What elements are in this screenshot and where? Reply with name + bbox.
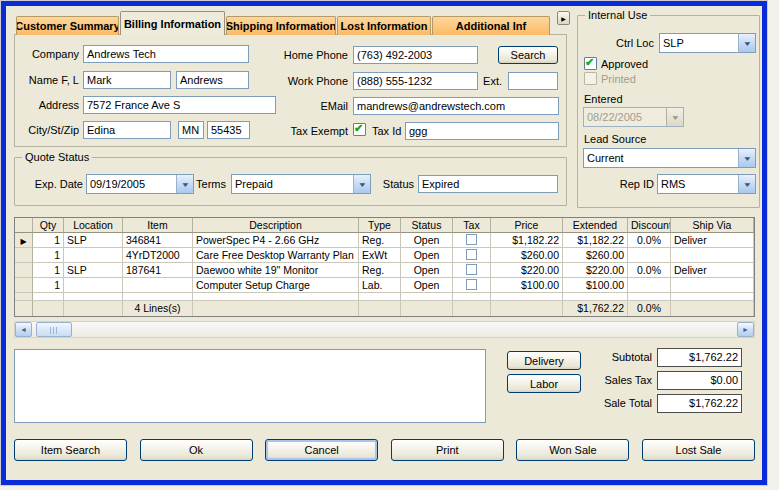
tax-exempt-checkbox[interactable] (353, 123, 366, 136)
cell-description: Care Free Desktop Warranty Plan (193, 248, 359, 263)
chevron-down-icon[interactable] (738, 149, 755, 167)
entered-label: Entered (584, 93, 623, 106)
address-label: Address (15, 99, 79, 112)
subtotal-value: $1,762.22 (657, 348, 742, 367)
chevron-down-icon[interactable] (738, 34, 755, 52)
cell-status: Open (401, 263, 453, 278)
tax-id-label: Tax Id (372, 125, 404, 138)
scrollbar-thumb[interactable] (36, 322, 72, 337)
cell-location: SLP (64, 233, 123, 248)
tax-checkbox[interactable] (466, 234, 477, 245)
tax-checkbox[interactable] (466, 249, 477, 260)
ctrl-loc-value: SLP (660, 34, 738, 52)
client-area: Customer Summary Billing Information Shi… (6, 6, 762, 480)
tax-checkbox[interactable] (466, 264, 477, 275)
entered-date-value: 08/22/2005 (584, 108, 666, 126)
home-phone-field[interactable]: (763) 492-2003 (353, 46, 478, 64)
cell-price: $220.00 (491, 263, 563, 278)
tax-id-field[interactable]: ggg (405, 122, 559, 140)
cell-discount (628, 278, 671, 293)
table-row[interactable]: 1 4YrDT2000 Care Free Desktop Warranty P… (15, 248, 754, 263)
cell-item (123, 278, 193, 293)
terms-label: Terms (175, 178, 226, 191)
tab-scroll-right-icon[interactable] (557, 11, 570, 25)
work-phone-field[interactable]: (888) 555-1232 (353, 72, 478, 90)
email-field[interactable]: mandrews@andrewstech.com (353, 97, 559, 115)
discount-total: 0.0% (628, 301, 671, 316)
tab-additional-information[interactable]: Additional Inf (432, 16, 550, 35)
cell-type: Reg. (359, 233, 401, 248)
item-search-button[interactable]: Item Search (14, 439, 127, 461)
table-row[interactable]: 1 Computer Setup Charge Lab. Open $100.0… (15, 278, 754, 293)
table-row[interactable]: 1 SLP 346841 PowerSpec P4 - 2.66 GHz Reg… (15, 233, 754, 248)
cell-type: ExWt (359, 248, 401, 263)
tab-billing-information[interactable]: Billing Information (120, 11, 225, 35)
printed-checkbox (584, 72, 597, 85)
tab-lost-information[interactable]: Lost Information (337, 16, 431, 35)
company-label: Company (15, 48, 79, 61)
cell-qty: 1 (33, 248, 64, 263)
city-state-zip-label: City/St/Zip (15, 124, 79, 137)
state-field[interactable]: MN (178, 121, 204, 139)
lead-source-combobox[interactable]: Current (583, 148, 756, 168)
ext-field[interactable] (508, 72, 558, 90)
last-name-field[interactable]: Andrews (176, 71, 249, 89)
address-field[interactable]: 7572 France Ave S (83, 96, 276, 114)
search-button[interactable]: Search (498, 46, 558, 64)
first-name-field[interactable]: Mark (83, 71, 171, 89)
tab-customer-summary[interactable]: Customer Summary (16, 16, 119, 35)
cell-price: $1,182.22 (491, 233, 563, 248)
internal-use-title: Internal Use (585, 9, 650, 22)
grid-horizontal-scrollbar[interactable] (14, 321, 755, 338)
cell-extended: $100.00 (563, 278, 628, 293)
cell-qty: 1 (33, 263, 64, 278)
rep-id-combobox[interactable]: RMS (657, 174, 756, 194)
cell-shipvia (671, 248, 754, 263)
scroll-left-icon[interactable] (15, 322, 32, 337)
exp-date-label: Exp. Date (21, 178, 83, 191)
ok-button[interactable]: Ok (140, 439, 253, 461)
tax-checkbox[interactable] (466, 279, 477, 290)
column-header-extended: Extended (563, 218, 628, 233)
cell-shipvia (671, 278, 754, 293)
cell-tax (453, 233, 491, 248)
company-field[interactable]: Andrews Tech (83, 45, 249, 63)
app-window: Customer Summary Billing Information Shi… (1, 1, 767, 485)
cell-item: 4YrDT2000 (123, 248, 193, 263)
scroll-right-icon[interactable] (737, 322, 754, 337)
row-selector (15, 263, 33, 278)
grid-header-row: Qty Location Item Description Type Statu… (15, 218, 754, 233)
cancel-button[interactable]: Cancel (265, 439, 378, 461)
cell-type: Lab. (359, 278, 401, 293)
extended-total: $1,762.22 (563, 301, 628, 316)
approved-checkbox[interactable] (584, 57, 597, 70)
cell-tax (453, 278, 491, 293)
ctrl-loc-combobox[interactable]: SLP (659, 33, 756, 53)
status-field[interactable]: Expired (418, 175, 558, 193)
column-header-location: Location (64, 218, 123, 233)
notes-textarea[interactable] (14, 349, 486, 423)
zip-field[interactable]: 55435 (207, 121, 250, 139)
print-button[interactable]: Print (391, 439, 504, 461)
cell-tax (453, 248, 491, 263)
lead-source-label: Lead Source (584, 133, 646, 146)
tab-shipping-information[interactable]: Shipping Information (226, 16, 336, 35)
cell-item: 346841 (123, 233, 193, 248)
ctrl-loc-label: Ctrl Loc (588, 37, 654, 50)
column-header-type: Type (359, 218, 401, 233)
lost-sale-button[interactable]: Lost Sale (642, 439, 755, 461)
cell-tax (453, 263, 491, 278)
tab-strip: Customer Summary Billing Information Shi… (16, 11, 551, 35)
footer-button-bar: Item Search Ok Cancel Print Won Sale Los… (14, 439, 755, 461)
city-field[interactable]: Edina (83, 121, 171, 139)
table-row[interactable]: 1 SLP 187641 Daewoo white 19" Monitor Re… (15, 263, 754, 278)
cell-item: 187641 (123, 263, 193, 278)
cell-price: $100.00 (491, 278, 563, 293)
cell-shipvia: Deliver (671, 263, 754, 278)
cell-status: Open (401, 233, 453, 248)
sales-tax-label: Sales Tax (562, 374, 652, 387)
row-selector (15, 248, 33, 263)
won-sale-button[interactable]: Won Sale (516, 439, 629, 461)
terms-combobox[interactable]: Prepaid (231, 174, 371, 194)
chevron-down-icon[interactable] (738, 175, 755, 193)
